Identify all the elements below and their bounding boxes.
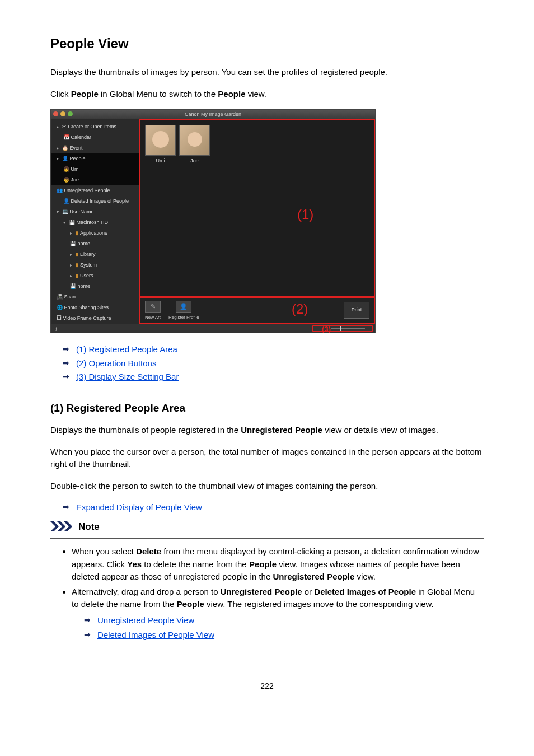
link-expanded-display[interactable]: Expanded Display of People View <box>76 502 202 512</box>
sidebar-item-umi: 👧 Umi <box>51 164 139 175</box>
sidebar-item-applications: ▸▮Applications <box>51 228 139 239</box>
expanded-link-list: Expanded Display of People View <box>50 501 484 514</box>
zoom-icon <box>68 111 73 116</box>
register-profile-button: 👤 Register Profile <box>168 301 199 320</box>
size-slider-track <box>331 328 365 329</box>
note-bullet-2: Alternatively, drag and drop a person to… <box>72 586 479 642</box>
link-display-size-bar[interactable]: (3) Display Size Setting Bar <box>76 372 179 381</box>
traffic-lights <box>53 111 73 116</box>
sidebar-item-deleted: 👤 Deleted Images of People <box>51 196 139 207</box>
section-1-heading: (1) Registered People Area <box>50 400 484 417</box>
sidebar-item-event: ▸🎂 Event <box>51 143 139 153</box>
note-box: When you select Delete from the menu dis… <box>50 538 484 652</box>
window-title: Canon My Image Garden <box>185 111 241 117</box>
note-label: Note <box>78 520 100 534</box>
new-art-icon: ✎ <box>145 301 161 313</box>
sidebar-item-home1: 💾 home <box>51 239 139 249</box>
close-icon <box>53 111 58 116</box>
sidebar-item-scan: 📠 Scan <box>51 292 139 302</box>
thumbnail-umi: Umi <box>145 125 176 165</box>
sidebar: ▸✂ Create or Open Items 📅 Calendar ▸🎂 Ev… <box>51 119 139 324</box>
print-button: Print <box>344 302 369 319</box>
info-icon: i <box>55 325 57 333</box>
sidebar-item-macintosh: ▾💾 Macintosh HD <box>51 217 139 228</box>
sidebar-item-library: ▸▮Library <box>51 249 139 260</box>
page-title: People View <box>50 34 484 54</box>
note-header: Note <box>50 520 484 534</box>
window-titlebar: Canon My Image Garden <box>51 110 375 119</box>
sidebar-item-home2: 💾 home <box>51 281 139 292</box>
link-operation-buttons[interactable]: (2) Operation Buttons <box>76 358 156 368</box>
section-links-list: (1) Registered People Area (2) Operation… <box>50 343 484 384</box>
person-photo-icon <box>145 125 176 156</box>
thumbnail-joe: Joe <box>179 125 210 165</box>
section-1-p3: Double-click the person to switch to the… <box>50 480 484 493</box>
sidebar-item-photosharing: 🌐 Photo Sharing Sites <box>51 302 139 313</box>
callout-1: (1) <box>297 204 313 225</box>
sidebar-item-username: ▾💻 UserName <box>51 207 139 217</box>
sidebar-item-joe: 👦 Joe <box>51 175 139 185</box>
note-chevron-icon <box>50 521 75 531</box>
app-screenshot: Canon My Image Garden ▸✂ Create or Open … <box>50 109 376 333</box>
section-1-p2: When you place the cursor over a person,… <box>50 446 484 471</box>
page-number: 222 <box>50 680 484 692</box>
new-art-button: ✎ New Art <box>145 301 161 320</box>
sidebar-item-system: ▸▮System <box>51 260 139 270</box>
person-photo-icon <box>179 125 210 156</box>
sidebar-item-users: ▸▮Users <box>51 270 139 281</box>
minimize-icon <box>60 111 65 116</box>
svg-marker-0 <box>50 521 59 531</box>
main-canvas: Umi Joe (1) <box>139 119 375 297</box>
note-bullet-1: When you select Delete from the menu dis… <box>72 545 479 584</box>
intro-paragraph-2: Click People in Global Menu to switch to… <box>50 88 484 101</box>
operation-buttons-bar: ✎ New Art 👤 Register Profile (2) Print <box>139 297 375 324</box>
link-registered-people-area[interactable]: (1) Registered People Area <box>76 344 177 354</box>
register-profile-icon: 👤 <box>176 301 191 313</box>
sidebar-item-people: ▾👤 People <box>51 153 139 164</box>
callout-2: (2) <box>292 299 308 319</box>
intro-paragraph-1: Displays the thumbnails of images by per… <box>50 66 484 79</box>
link-unregistered-people-view[interactable]: Unregistered People View <box>97 615 194 625</box>
size-slider-knob <box>340 326 341 331</box>
status-bar: i (3) <box>51 324 375 333</box>
sidebar-item-unregistered: 👥 Unregistered People <box>51 185 139 196</box>
sidebar-item-videoframe: 🎞 Video Frame Capture <box>51 313 139 324</box>
section-1-p1: Displays the thumbnails of people regist… <box>50 424 484 437</box>
sidebar-item-calendar: 📅 Calendar <box>51 132 139 143</box>
link-deleted-images-people-view[interactable]: Deleted Images of People View <box>97 630 214 640</box>
sidebar-item-create: ▸✂ Create or Open Items <box>51 122 139 132</box>
